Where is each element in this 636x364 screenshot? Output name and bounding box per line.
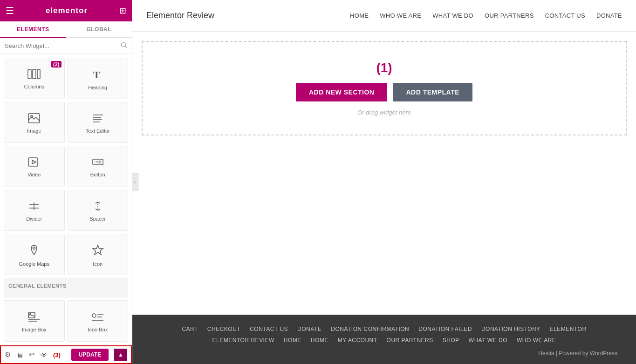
hamburger-icon[interactable]: ☰ xyxy=(6,5,14,16)
eye-icon[interactable]: 👁 xyxy=(41,351,48,359)
top-bar: ☰ elementor ⊞ xyxy=(0,0,132,21)
footer-shop[interactable]: SHOP xyxy=(443,337,459,344)
canvas-badge-1: (1) xyxy=(376,61,392,75)
svg-rect-2 xyxy=(28,69,31,79)
widget-divider[interactable]: Divider xyxy=(4,190,65,231)
button-icon xyxy=(92,157,104,169)
footer-credit: Hestia | Powered by WordPress xyxy=(151,350,617,357)
footer: CART CHECKOUT CONTACT US DONATE DONATION… xyxy=(132,315,636,364)
nav-our-partners[interactable]: OUR PARTNERS xyxy=(485,12,534,19)
video-icon xyxy=(28,157,40,169)
widgets-grid: (2) Columns T Heading xyxy=(0,54,132,345)
heading-label: Heading xyxy=(88,85,107,90)
text-editor-icon xyxy=(92,113,104,125)
bottom-toolbar: ⚙ 🖥 ↩ 👁 (3) UPDATE ▲ xyxy=(0,345,132,364)
footer-home1[interactable]: HOME xyxy=(284,337,301,344)
icon-widget-icon xyxy=(92,244,104,258)
search-bar xyxy=(0,38,132,54)
widget-text-editor[interactable]: Text Editor xyxy=(68,102,129,143)
divider-label: Divider xyxy=(26,216,42,222)
nav-donate[interactable]: DONATE xyxy=(596,12,622,19)
widget-spacer[interactable]: Spacer xyxy=(68,190,129,231)
video-label: Video xyxy=(27,172,41,177)
add-new-section-button[interactable]: ADD NEW SECTION xyxy=(296,83,388,101)
svg-rect-3 xyxy=(33,69,36,79)
widget-image[interactable]: Image xyxy=(4,102,65,143)
columns-label: Columns xyxy=(24,84,44,89)
icon-label: Icon xyxy=(93,261,103,267)
button-label: Button xyxy=(90,172,105,177)
footer-contact-us[interactable]: CONTACT US xyxy=(250,326,288,332)
drag-hint: Or drag widget here xyxy=(357,109,411,116)
icon-box-label: Icon Box xyxy=(88,327,108,332)
columns-icon xyxy=(27,69,41,81)
update-arrow-button[interactable]: ▲ xyxy=(114,349,127,361)
footer-who-we-are[interactable]: WHO WE ARE xyxy=(517,337,556,344)
update-button[interactable]: UPDATE xyxy=(71,349,109,361)
nav-bar: Elementor Review HOME WHO WE ARE WHAT WE… xyxy=(132,0,636,32)
footer-donation-history[interactable]: DONATION HISTORY xyxy=(481,326,540,332)
panel-tabs: ELEMENTS GLOBAL xyxy=(0,21,132,38)
footer-links-row1: CART CHECKOUT CONTACT US DONATE DONATION… xyxy=(151,326,617,332)
footer-donation-failed[interactable]: DONATION FAILED xyxy=(418,326,472,332)
svg-line-1 xyxy=(125,47,127,48)
svg-marker-24 xyxy=(93,245,103,255)
right-content: Elementor Review HOME WHO WE ARE WHAT WE… xyxy=(132,0,636,364)
footer-elementor[interactable]: ELEMENTOR xyxy=(550,326,587,332)
drop-zone: (1) ADD NEW SECTION ADD TEMPLATE Or drag… xyxy=(142,41,627,135)
nav-who-we-are[interactable]: WHO WE ARE xyxy=(380,12,421,19)
settings-icon[interactable]: ⚙ xyxy=(5,351,11,359)
svg-marker-13 xyxy=(32,160,36,164)
undo-icon[interactable]: ↩ xyxy=(29,351,35,359)
collapse-panel-handle[interactable]: ‹ xyxy=(132,173,138,191)
svg-point-23 xyxy=(33,247,35,249)
image-icon xyxy=(28,113,40,125)
footer-donation-confirmation[interactable]: DONATION CONFIRMATION xyxy=(331,326,409,332)
footer-our-partners[interactable]: OUR PARTNERS xyxy=(387,337,433,344)
footer-what-we-do[interactable]: WHAT WE DO xyxy=(469,337,507,344)
nav-links: HOME WHO WE ARE WHAT WE DO OUR PARTNERS … xyxy=(350,12,622,19)
widget-icon-box[interactable]: Icon Box xyxy=(68,300,129,342)
widget-image-box[interactable]: Image Box xyxy=(4,300,65,342)
footer-my-account[interactable]: MY ACCOUNT xyxy=(338,337,377,344)
nav-contact-us[interactable]: CONTACT US xyxy=(545,12,585,19)
widget-icon[interactable]: Icon xyxy=(68,234,129,275)
google-maps-icon xyxy=(28,244,40,258)
grid-icon[interactable]: ⊞ xyxy=(119,6,126,16)
footer-cart[interactable]: CART xyxy=(182,326,198,332)
search-icon xyxy=(121,42,127,50)
footer-donate[interactable]: DONATE xyxy=(297,326,321,332)
svg-rect-4 xyxy=(37,69,40,79)
add-template-button[interactable]: ADD TEMPLATE xyxy=(393,83,472,101)
footer-checkout[interactable]: CHECKOUT xyxy=(207,326,240,332)
footer-elementor-review[interactable]: ELEMENTOR REVIEW xyxy=(212,337,274,344)
spacer-icon xyxy=(92,201,104,213)
tab-elements[interactable]: ELEMENTS xyxy=(0,21,66,38)
widget-google-maps[interactable]: Google Maps xyxy=(4,234,65,275)
widget-video[interactable]: Video xyxy=(4,146,65,187)
site-logo: Elementor Review xyxy=(146,11,214,20)
tab-global[interactable]: GLOBAL xyxy=(66,21,132,37)
svg-text:T: T xyxy=(93,69,100,80)
elementor-logo: elementor xyxy=(46,6,88,15)
left-panel: ☰ elementor ⊞ ELEMENTS GLOBAL (2) xyxy=(0,0,132,364)
image-box-icon xyxy=(28,312,40,324)
general-elements-label: GENERAL ELEMENTS xyxy=(4,278,128,298)
search-input[interactable] xyxy=(5,42,121,49)
text-editor-label: Text Editor xyxy=(86,128,110,134)
widget-button[interactable]: Button xyxy=(68,146,129,187)
google-maps-label: Google Maps xyxy=(19,261,49,267)
widget-heading[interactable]: T Heading xyxy=(68,58,129,99)
footer-links-row2: ELEMENTOR REVIEW HOME HOME MY ACCOUNT OU… xyxy=(151,337,617,344)
divider-icon xyxy=(28,201,40,213)
nav-home[interactable]: HOME xyxy=(350,12,369,19)
widget-columns[interactable]: (2) Columns xyxy=(4,58,65,99)
columns-badge: (2) xyxy=(51,61,61,67)
heading-icon: T xyxy=(92,68,104,82)
image-box-label: Image Box xyxy=(22,327,47,332)
footer-home2[interactable]: HOME xyxy=(311,337,328,344)
monitor-icon[interactable]: 🖥 xyxy=(16,351,23,359)
canvas-area: (1) ADD NEW SECTION ADD TEMPLATE Or drag… xyxy=(132,32,636,364)
nav-what-we-do[interactable]: WHAT WE DO xyxy=(432,12,473,19)
icon-box-icon xyxy=(92,312,104,324)
